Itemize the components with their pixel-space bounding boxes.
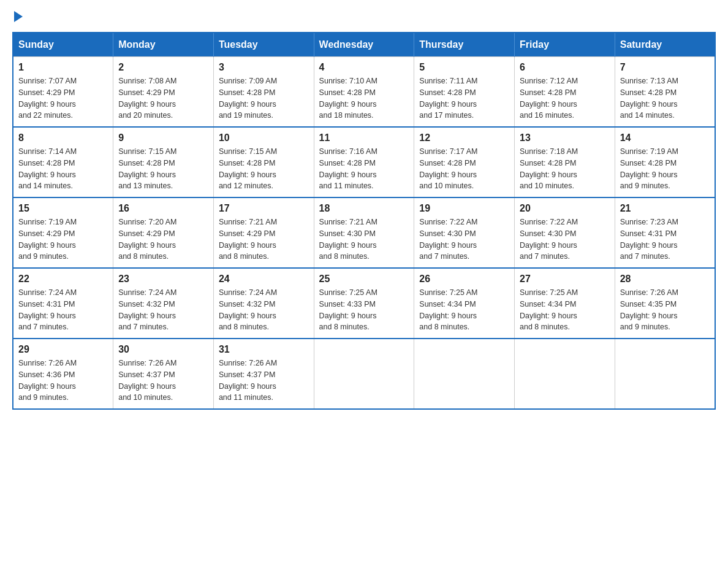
day-info: Sunrise: 7:26 AM Sunset: 4:37 PM Dayligh…: [219, 358, 309, 404]
day-number: 6: [520, 62, 610, 73]
calendar-cell: [414, 339, 515, 409]
calendar-cell: 15 Sunrise: 7:19 AM Sunset: 4:29 PM Dayl…: [13, 197, 113, 268]
calendar-week-row: 29 Sunrise: 7:26 AM Sunset: 4:36 PM Dayl…: [13, 339, 715, 409]
day-info: Sunrise: 7:23 AM Sunset: 4:31 PM Dayligh…: [620, 216, 710, 262]
calendar-cell: [515, 339, 615, 409]
calendar-cell: 10 Sunrise: 7:15 AM Sunset: 4:28 PM Dayl…: [213, 127, 314, 197]
calendar-cell: 29 Sunrise: 7:26 AM Sunset: 4:36 PM Dayl…: [13, 339, 113, 409]
day-info: Sunrise: 7:16 AM Sunset: 4:28 PM Dayligh…: [319, 146, 409, 192]
day-number: 10: [219, 132, 309, 144]
calendar-cell: 23 Sunrise: 7:24 AM Sunset: 4:32 PM Dayl…: [113, 268, 214, 339]
calendar-cell: [314, 339, 414, 409]
day-number: 25: [319, 274, 409, 285]
day-number: 23: [118, 274, 208, 285]
day-number: 15: [18, 203, 108, 214]
logo-triangle-icon: [14, 11, 23, 22]
weekday-header-monday: Monday: [113, 33, 214, 57]
calendar-cell: 8 Sunrise: 7:14 AM Sunset: 4:28 PM Dayli…: [13, 127, 113, 197]
calendar-cell: 14 Sunrise: 7:19 AM Sunset: 4:28 PM Dayl…: [615, 127, 715, 197]
day-number: 14: [620, 132, 710, 144]
day-info: Sunrise: 7:25 AM Sunset: 4:34 PM Dayligh…: [419, 287, 509, 333]
page-header: [12, 12, 716, 20]
day-info: Sunrise: 7:21 AM Sunset: 4:30 PM Dayligh…: [319, 216, 409, 262]
day-info: Sunrise: 7:15 AM Sunset: 4:28 PM Dayligh…: [118, 146, 208, 192]
day-number: 18: [319, 203, 409, 214]
calendar-cell: 24 Sunrise: 7:24 AM Sunset: 4:32 PM Dayl…: [213, 268, 314, 339]
calendar-cell: 13 Sunrise: 7:18 AM Sunset: 4:28 PM Dayl…: [515, 127, 615, 197]
calendar-week-row: 1 Sunrise: 7:07 AM Sunset: 4:29 PM Dayli…: [13, 57, 715, 128]
calendar-cell: 4 Sunrise: 7:10 AM Sunset: 4:28 PM Dayli…: [314, 57, 414, 128]
day-number: 17: [219, 203, 309, 214]
day-number: 19: [419, 203, 509, 214]
calendar-cell: 26 Sunrise: 7:25 AM Sunset: 4:34 PM Dayl…: [414, 268, 515, 339]
day-number: 7: [620, 62, 710, 73]
day-number: 24: [219, 274, 309, 285]
calendar-cell: 18 Sunrise: 7:21 AM Sunset: 4:30 PM Dayl…: [314, 197, 414, 268]
day-info: Sunrise: 7:18 AM Sunset: 4:28 PM Dayligh…: [520, 146, 610, 192]
weekday-header-friday: Friday: [515, 33, 615, 57]
weekday-header-sunday: Sunday: [13, 33, 113, 57]
calendar-cell: 5 Sunrise: 7:11 AM Sunset: 4:28 PM Dayli…: [414, 57, 515, 128]
day-info: Sunrise: 7:11 AM Sunset: 4:28 PM Dayligh…: [419, 75, 509, 121]
calendar-cell: 1 Sunrise: 7:07 AM Sunset: 4:29 PM Dayli…: [13, 57, 113, 128]
day-info: Sunrise: 7:14 AM Sunset: 4:28 PM Dayligh…: [18, 146, 108, 192]
calendar-cell: 11 Sunrise: 7:16 AM Sunset: 4:28 PM Dayl…: [314, 127, 414, 197]
day-info: Sunrise: 7:17 AM Sunset: 4:28 PM Dayligh…: [419, 146, 509, 192]
day-info: Sunrise: 7:26 AM Sunset: 4:35 PM Dayligh…: [620, 287, 710, 333]
calendar-cell: 3 Sunrise: 7:09 AM Sunset: 4:28 PM Dayli…: [213, 57, 314, 128]
calendar-cell: 30 Sunrise: 7:26 AM Sunset: 4:37 PM Dayl…: [113, 339, 214, 409]
calendar-cell: 16 Sunrise: 7:20 AM Sunset: 4:29 PM Dayl…: [113, 197, 214, 268]
weekday-header-tuesday: Tuesday: [213, 33, 314, 57]
day-info: Sunrise: 7:24 AM Sunset: 4:32 PM Dayligh…: [219, 287, 309, 333]
day-number: 13: [520, 132, 610, 144]
calendar-cell: 21 Sunrise: 7:23 AM Sunset: 4:31 PM Dayl…: [615, 197, 715, 268]
calendar-cell: 2 Sunrise: 7:08 AM Sunset: 4:29 PM Dayli…: [113, 57, 214, 128]
day-info: Sunrise: 7:15 AM Sunset: 4:28 PM Dayligh…: [219, 146, 309, 192]
day-number: 11: [319, 132, 409, 144]
day-number: 31: [219, 344, 309, 355]
day-info: Sunrise: 7:22 AM Sunset: 4:30 PM Dayligh…: [419, 216, 509, 262]
day-number: 28: [620, 274, 710, 285]
day-info: Sunrise: 7:07 AM Sunset: 4:29 PM Dayligh…: [18, 75, 108, 121]
calendar-cell: 28 Sunrise: 7:26 AM Sunset: 4:35 PM Dayl…: [615, 268, 715, 339]
day-info: Sunrise: 7:21 AM Sunset: 4:29 PM Dayligh…: [219, 216, 309, 262]
logo: [12, 12, 23, 20]
day-number: 3: [219, 62, 309, 73]
weekday-header-wednesday: Wednesday: [314, 33, 414, 57]
calendar-table: SundayMondayTuesdayWednesdayThursdayFrid…: [12, 32, 716, 410]
weekday-header-row: SundayMondayTuesdayWednesdayThursdayFrid…: [13, 33, 715, 57]
day-number: 9: [118, 132, 208, 144]
day-info: Sunrise: 7:10 AM Sunset: 4:28 PM Dayligh…: [319, 75, 409, 121]
day-number: 26: [419, 274, 509, 285]
day-number: 27: [520, 274, 610, 285]
day-info: Sunrise: 7:09 AM Sunset: 4:28 PM Dayligh…: [219, 75, 309, 121]
day-number: 29: [18, 344, 108, 355]
day-number: 12: [419, 132, 509, 144]
calendar-cell: 17 Sunrise: 7:21 AM Sunset: 4:29 PM Dayl…: [213, 197, 314, 268]
day-info: Sunrise: 7:25 AM Sunset: 4:34 PM Dayligh…: [520, 287, 610, 333]
day-info: Sunrise: 7:24 AM Sunset: 4:32 PM Dayligh…: [118, 287, 208, 333]
day-info: Sunrise: 7:26 AM Sunset: 4:36 PM Dayligh…: [18, 358, 108, 404]
calendar-cell: 6 Sunrise: 7:12 AM Sunset: 4:28 PM Dayli…: [515, 57, 615, 128]
calendar-cell: 20 Sunrise: 7:22 AM Sunset: 4:30 PM Dayl…: [515, 197, 615, 268]
day-info: Sunrise: 7:19 AM Sunset: 4:29 PM Dayligh…: [18, 216, 108, 262]
weekday-header-saturday: Saturday: [615, 33, 715, 57]
calendar-cell: 19 Sunrise: 7:22 AM Sunset: 4:30 PM Dayl…: [414, 197, 515, 268]
calendar-week-row: 8 Sunrise: 7:14 AM Sunset: 4:28 PM Dayli…: [13, 127, 715, 197]
day-info: Sunrise: 7:08 AM Sunset: 4:29 PM Dayligh…: [118, 75, 208, 121]
day-info: Sunrise: 7:25 AM Sunset: 4:33 PM Dayligh…: [319, 287, 409, 333]
calendar-cell: 12 Sunrise: 7:17 AM Sunset: 4:28 PM Dayl…: [414, 127, 515, 197]
calendar-cell: 27 Sunrise: 7:25 AM Sunset: 4:34 PM Dayl…: [515, 268, 615, 339]
day-info: Sunrise: 7:19 AM Sunset: 4:28 PM Dayligh…: [620, 146, 710, 192]
day-number: 4: [319, 62, 409, 73]
day-info: Sunrise: 7:24 AM Sunset: 4:31 PM Dayligh…: [18, 287, 108, 333]
day-number: 30: [118, 344, 208, 355]
calendar-week-row: 22 Sunrise: 7:24 AM Sunset: 4:31 PM Dayl…: [13, 268, 715, 339]
calendar-cell: 25 Sunrise: 7:25 AM Sunset: 4:33 PM Dayl…: [314, 268, 414, 339]
day-number: 5: [419, 62, 509, 73]
calendar-cell: 7 Sunrise: 7:13 AM Sunset: 4:28 PM Dayli…: [615, 57, 715, 128]
day-number: 20: [520, 203, 610, 214]
day-number: 22: [18, 274, 108, 285]
weekday-header-thursday: Thursday: [414, 33, 515, 57]
day-info: Sunrise: 7:13 AM Sunset: 4:28 PM Dayligh…: [620, 75, 710, 121]
